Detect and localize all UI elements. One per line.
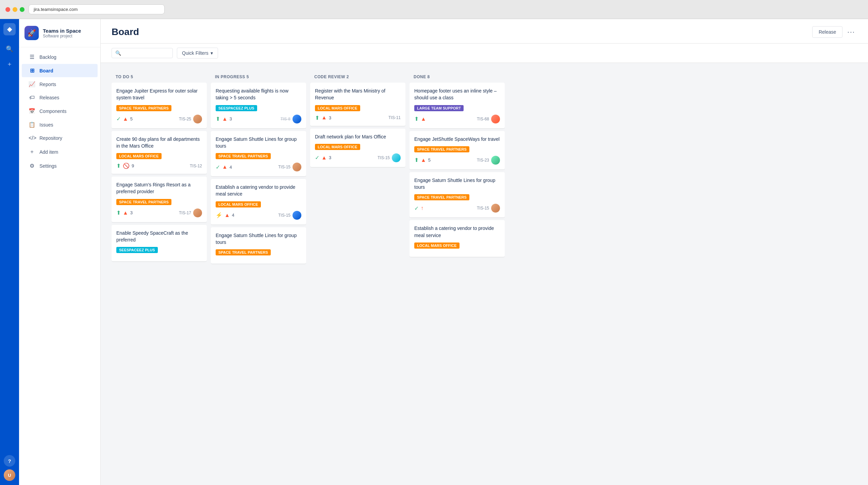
todo-count: 5 (131, 74, 133, 79)
sidebar-item-settings[interactable]: ⚙ Settings (22, 159, 98, 172)
settings-icon: ⚙ (29, 163, 35, 169)
card-todo-3[interactable]: Engage Saturn's Rings Resort as a prefer… (112, 177, 207, 222)
sidebar-item-releases[interactable]: 🏷 Releases (22, 91, 98, 104)
releases-icon: 🏷 (29, 95, 35, 101)
search-box[interactable]: 🔍 (112, 48, 173, 58)
card-todo-1[interactable]: Engage Jupiter Express for outer solar s… (112, 83, 207, 128)
card-title: Establish a catering vendor to provide m… (216, 184, 301, 198)
sidebar-item-reports[interactable]: 📈 Reports (22, 78, 98, 91)
card-footer: ✓ ▲ 4 TIS-15 (216, 163, 301, 171)
done-count: 8 (428, 74, 430, 79)
card-tag: LOCAL MARS OFFICE (216, 201, 261, 207)
card-count: 3 (130, 210, 133, 215)
card-id: TIS-15 (477, 206, 489, 211)
sidebar-item-backlog[interactable]: ☰ Backlog (22, 50, 98, 64)
card-inprogress-1[interactable]: Requesting available flights is now taki… (211, 83, 306, 128)
card-inprogress-3[interactable]: Establish a catering vendor to provide m… (211, 179, 306, 224)
maximize-dot[interactable] (20, 7, 24, 12)
story-icon: ⬆ (116, 210, 121, 216)
sidebar-label-components: Components (39, 108, 66, 114)
minimize-dot[interactable] (13, 7, 17, 12)
close-dot[interactable] (5, 7, 10, 12)
card-count: 3 (230, 116, 232, 121)
card-id: TIS-23 (477, 158, 489, 163)
check-icon: ✓ (216, 164, 220, 170)
header-top: Board Release ··· (112, 26, 857, 38)
release-button[interactable]: Release (812, 26, 842, 38)
quick-filters-button[interactable]: Quick Filters ▾ (177, 48, 218, 58)
main-header: Board Release ··· (101, 19, 868, 44)
up-icon: ↑ (421, 205, 423, 211)
card-done-2[interactable]: Engage JetShuttle SpaceWays for travel S… (410, 131, 505, 169)
main-content: Board Release ··· 🔍 Quick Filters ▾ (101, 19, 868, 485)
sidebar-item-board[interactable]: ⊞ Board (22, 64, 98, 77)
column-codereview: CODE REVIEW 2 Register with the Mars Min… (310, 71, 405, 477)
search-icon: 🔍 (115, 50, 121, 56)
page-title: Board (112, 27, 139, 37)
flag-icon: ▲ (321, 155, 327, 161)
card-count: 4 (232, 213, 234, 218)
browser-chrome: jira.teamsinspace.com (0, 0, 868, 19)
card-id: TIS-8 (281, 117, 290, 121)
browser-traffic-lights (5, 7, 24, 12)
card-codereview-2[interactable]: Draft network plan for Mars Office LOCAL… (310, 129, 405, 167)
card-tag: SPACE TRAVEL PARTNERS (414, 146, 469, 152)
help-icon[interactable]: ? (4, 455, 15, 467)
todo-cards: Engage Jupiter Express for outer solar s… (112, 83, 207, 477)
card-done-4[interactable]: Establish a catering vendor to provide m… (410, 220, 505, 257)
card-title: Engage Saturn Shuttle Lines for group to… (216, 136, 301, 150)
sidebar-label-releases: Releases (39, 95, 59, 100)
more-options-button[interactable]: ··· (845, 26, 857, 38)
board-toolbar: 🔍 Quick Filters ▾ (101, 44, 868, 63)
card-todo-2[interactable]: Create 90 day plans for all departments … (112, 131, 207, 174)
card-todo-4[interactable]: Enable Speedy SpaceCraft as the preferre… (112, 225, 207, 262)
user-avatar-small[interactable]: U (4, 469, 15, 481)
create-nav-icon[interactable]: ＋ (3, 57, 16, 71)
card-done-1[interactable]: Homepage footer uses an inline style – s… (410, 83, 505, 128)
app-logo[interactable]: ◆ (3, 23, 16, 35)
sidebar-item-components[interactable]: 📅 Components (22, 104, 98, 118)
card-tag: SPACE TRAVEL PARTNERS (414, 194, 469, 200)
url-bar[interactable]: jira.teamsinspace.com (29, 4, 165, 14)
card-footer: ⬆ 🚫 9 TIS-12 (116, 163, 202, 169)
card-avatar (193, 115, 202, 123)
done-cards: Homepage footer uses an inline style – s… (410, 83, 505, 477)
sidebar-nav: ☰ Backlog ⊞ Board 📈 Reports 🏷 Releases 📅… (19, 47, 100, 485)
app-container: ◆ 🔍 ＋ ? U 🚀 Teams in Space Software proj… (0, 19, 868, 485)
column-header-done: DONE 8 (410, 71, 505, 83)
card-count: 5 (130, 116, 133, 121)
card-inprogress-4[interactable]: Engage Saturn Shuttle Lines for group to… (211, 227, 306, 264)
search-nav-icon[interactable]: 🔍 (3, 42, 16, 56)
card-title: Engage JetShuttle SpaceWays for travel (414, 136, 500, 143)
column-header-todo: TO DO 5 (112, 71, 207, 83)
card-id: TIS-11 (388, 115, 401, 120)
check-icon: ✓ (414, 205, 419, 212)
card-avatar (193, 208, 202, 217)
repository-icon: </> (29, 135, 35, 141)
card-inprogress-2[interactable]: Engage Saturn Shuttle Lines for group to… (211, 131, 306, 177)
sidebar-label-reports: Reports (39, 82, 56, 87)
card-id: TIS-25 (179, 117, 191, 121)
card-tag: LOCAL MARS OFFICE (116, 153, 162, 159)
sidebar-item-repository[interactable]: </> Repository (22, 132, 98, 145)
card-codereview-1[interactable]: Register with the Mars Ministry of Reven… (310, 83, 405, 126)
card-count: 3 (329, 155, 331, 160)
sidebar-label-repository: Repository (39, 135, 62, 141)
card-footer: ⬆ ▲ TIS-68 (414, 115, 500, 123)
flag-icon: ▲ (321, 115, 327, 121)
story-icon: ⬆ (315, 115, 319, 121)
sidebar-item-issues[interactable]: 📋 Issues (22, 118, 98, 131)
search-input[interactable] (124, 50, 169, 56)
card-count: 9 (132, 163, 134, 168)
board-columns: TO DO 5 Engage Jupiter Express for outer… (112, 71, 857, 477)
lightning-icon: ⚡ (216, 212, 222, 218)
codereview-cards: Register with the Mars Ministry of Reven… (310, 83, 405, 477)
board-content: TO DO 5 Engage Jupiter Express for outer… (101, 63, 868, 485)
inprogress-cards: Requesting available flights is now taki… (211, 83, 306, 477)
card-id: TIS-17 (179, 211, 191, 215)
card-done-3[interactable]: Engage Saturn Shuttle Lines for group to… (410, 172, 505, 218)
add-icon: ＋ (29, 148, 35, 155)
sidebar-label-issues: Issues (39, 122, 53, 128)
card-count: 3 (329, 115, 331, 120)
sidebar-item-add[interactable]: ＋ Add item (22, 145, 98, 159)
